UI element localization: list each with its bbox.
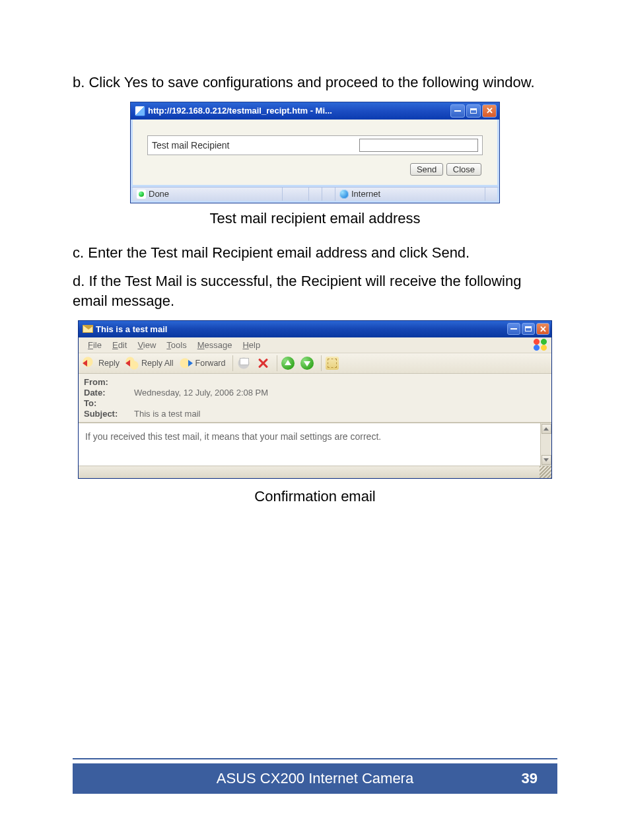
toolbar-separator: [232, 355, 233, 371]
status-zone-text: Internet: [351, 189, 380, 199]
resize-grip[interactable]: [540, 466, 551, 478]
mail-envelope-icon: [83, 325, 93, 333]
vertical-scrollbar[interactable]: [540, 423, 551, 466]
from-label: From:: [84, 377, 129, 387]
step-d-text: d. If the Test Mail is successful, the R…: [73, 271, 557, 310]
message-body-pane: If you received this test mail, it means…: [79, 423, 551, 466]
testmail-dialog: http://192.168.0.212/testmail_recipt.htm…: [130, 102, 500, 203]
minimize-button[interactable]: [450, 104, 465, 118]
page-footer: ASUS CX200 Internet Camera 39: [73, 758, 557, 794]
footer-title: ASUS CX200 Internet Camera: [217, 770, 413, 787]
menu-bar: File Edit View Tools Message Help: [79, 337, 551, 353]
delete-icon: [256, 357, 269, 370]
windows-flag-icon: [533, 339, 547, 351]
status-done-text: Done: [149, 189, 169, 199]
subject-label: Subject:: [84, 409, 129, 419]
message-headers: From: Date:Wednesday, 12 July, 2006 2:08…: [79, 374, 551, 423]
titlebar: This is a test mail ✕: [79, 321, 551, 337]
email-client-window: This is a test mail ✕ File Edit View Too…: [78, 320, 552, 479]
forward-button[interactable]: Forward: [179, 356, 230, 370]
menu-file-label: ile: [93, 340, 102, 350]
message-body-text: If you received this test mail, it means…: [85, 431, 381, 442]
print-icon: [237, 357, 250, 370]
address-book-icon: [326, 357, 339, 370]
close-button[interactable]: ✕: [536, 323, 549, 335]
delete-button[interactable]: [256, 356, 273, 370]
next-button[interactable]: [300, 356, 318, 370]
status-bar: [79, 466, 551, 478]
reply-all-button[interactable]: Reply All: [125, 356, 178, 370]
window-title: http://192.168.0.212/testmail_recipt.htm…: [148, 106, 450, 116]
page-number: 39: [522, 770, 538, 787]
print-button[interactable]: [236, 356, 254, 370]
forward-icon: [180, 357, 193, 370]
window-title: This is a test mail: [96, 324, 507, 334]
menu-help[interactable]: Help: [237, 339, 265, 351]
done-status-icon: [137, 190, 146, 199]
reply-icon: [83, 357, 96, 370]
arrow-down-icon: [300, 357, 314, 370]
close-dialog-button[interactable]: Close: [446, 163, 481, 176]
to-label: To:: [84, 398, 129, 408]
recipient-input[interactable]: [359, 139, 478, 152]
status-bar: Done Internet: [131, 187, 499, 203]
titlebar: http://192.168.0.212/testmail_recipt.htm…: [131, 102, 499, 120]
previous-button[interactable]: [281, 356, 298, 370]
date-label: Date:: [84, 388, 129, 398]
recipient-label: Test mail Recipient: [152, 140, 351, 151]
arrow-up-icon: [281, 357, 295, 370]
menu-file[interactable]: File: [83, 339, 107, 351]
caption-1: Test mail recipient email address: [73, 210, 557, 227]
subject-value: This is a test mail: [134, 409, 200, 419]
menu-tools[interactable]: Tools: [161, 339, 192, 351]
close-button[interactable]: ✕: [482, 104, 497, 118]
maximize-button[interactable]: [522, 323, 535, 335]
minimize-button[interactable]: [507, 323, 520, 335]
scroll-down-button[interactable]: [542, 455, 551, 465]
ie-page-icon: [135, 106, 145, 116]
menu-edit[interactable]: Edit: [107, 339, 132, 351]
menu-view[interactable]: View: [132, 339, 161, 351]
toolbar: Reply Reply All Forward: [79, 353, 551, 374]
menu-message[interactable]: Message: [192, 339, 238, 351]
maximize-button[interactable]: [466, 104, 481, 118]
send-button[interactable]: Send: [410, 163, 443, 176]
toolbar-separator: [321, 355, 322, 371]
step-c-text: c. Enter the Test mail Recipient email a…: [73, 243, 557, 263]
date-value: Wednesday, 12 July, 2006 2:08 PM: [134, 388, 268, 398]
caption-2: Confirmation email: [73, 488, 557, 505]
internet-zone-icon: [339, 190, 349, 199]
toolbar-separator: [277, 355, 277, 371]
step-b-text: b. Click Yes to save configurations and …: [73, 73, 557, 92]
scroll-up-button[interactable]: [542, 424, 551, 434]
reply-all-icon: [125, 357, 139, 370]
reply-button[interactable]: Reply: [82, 356, 123, 370]
addresses-button[interactable]: [325, 356, 343, 370]
